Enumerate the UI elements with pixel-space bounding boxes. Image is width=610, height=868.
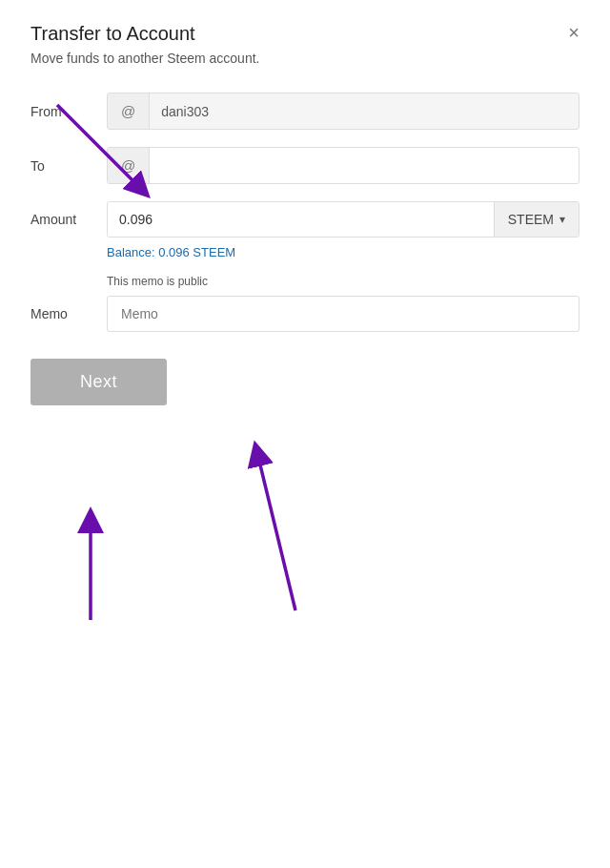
dialog-subtitle: Move funds to another Steem account. — [30, 51, 580, 66]
dialog-header: Transfer to Account × — [30, 23, 580, 45]
to-input[interactable] — [150, 149, 579, 183]
memo-label: Memo — [30, 306, 107, 321]
amount-input[interactable] — [108, 202, 494, 237]
amount-row: Amount STEEM ▾ — [30, 201, 580, 238]
memo-row: Memo — [30, 296, 580, 332]
chevron-down-icon: ▾ — [559, 213, 565, 226]
to-at-symbol: @ — [108, 148, 150, 183]
to-input-group: @ — [107, 147, 580, 184]
from-at-symbol: @ — [108, 93, 150, 129]
memo-input[interactable] — [107, 296, 580, 332]
to-row: To @ — [30, 147, 580, 184]
from-input-group: @ — [107, 93, 580, 130]
from-row: From @ — [30, 93, 580, 130]
currency-label: STEEM — [508, 212, 554, 227]
balance-text: Balance: 0.096 STEEM — [107, 245, 580, 259]
amount-label: Amount — [30, 212, 107, 227]
from-label: From — [30, 104, 107, 119]
from-input[interactable] — [150, 94, 579, 129]
memo-public-label: This memo is public — [107, 275, 580, 288]
next-button[interactable]: Next — [30, 359, 167, 405]
to-label: To — [30, 158, 107, 174]
memo-section: This memo is public — [107, 275, 580, 288]
arrows-overlay — [0, 0, 610, 868]
close-button[interactable]: × — [568, 23, 580, 42]
svg-line-2 — [257, 453, 295, 610]
dialog-title: Transfer to Account — [30, 23, 195, 45]
transfer-dialog: Transfer to Account × Move funds to anot… — [0, 0, 610, 868]
amount-input-group: STEEM ▾ — [107, 201, 580, 238]
currency-select[interactable]: STEEM ▾ — [494, 202, 579, 237]
